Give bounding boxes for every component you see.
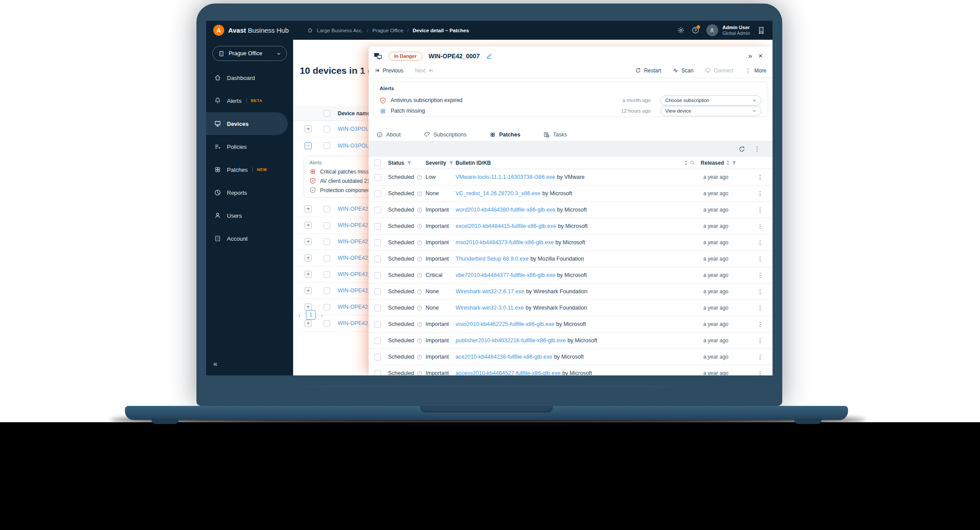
choose-subscription-select[interactable]: Choose subscription (660, 95, 761, 106)
patch-row[interactable]: Scheduled None Wireshark-win32-2.6.17.ex… (369, 284, 773, 300)
org-switcher-icon[interactable] (757, 26, 765, 34)
tab-patches[interactable]: Patches (487, 129, 523, 141)
avatar[interactable] (706, 24, 718, 36)
patch-row[interactable]: Scheduled Important ace2010-kb4484238-fu… (369, 349, 773, 365)
breadcrumb-item[interactable]: Prague Office (372, 28, 403, 33)
expand-row-button[interactable]: + (305, 271, 312, 278)
device-checkbox[interactable] (324, 288, 330, 294)
bulletin-column[interactable]: Bulletin ID/KB (456, 160, 658, 166)
sidebar-item-reports[interactable]: Reports (206, 181, 293, 204)
collapse-sidebar-button[interactable]: « (213, 360, 217, 368)
info-tooltip-icon[interactable] (417, 191, 422, 197)
page-next-button[interactable]: › (321, 311, 323, 319)
sidebar-item-policies[interactable]: Policies (206, 135, 293, 158)
tab-subscriptions[interactable]: Subscriptions (421, 129, 469, 141)
info-tooltip-icon[interactable] (417, 240, 422, 246)
expand-panel-icon[interactable]: » (748, 52, 752, 61)
row-kebab-button[interactable]: ⋮ (748, 223, 773, 230)
expand-row-button[interactable]: + (305, 238, 312, 245)
row-kebab-button[interactable]: ⋮ (748, 255, 773, 262)
filter-icon[interactable] (407, 161, 411, 165)
device-checkbox[interactable] (324, 304, 330, 310)
tab-about[interactable]: About (374, 129, 403, 141)
row-kebab-button[interactable]: ⋮ (748, 288, 773, 295)
more-button[interactable]: ⋮ More (745, 67, 766, 74)
next-device-button[interactable]: Next (415, 68, 434, 74)
bulletin-link[interactable]: Wireshark-win32-3.0.11.exe (456, 305, 524, 311)
tab-tasks[interactable]: Tasks (541, 129, 570, 141)
bulletin-link[interactable]: access2010-kb4464527-fullfile-x86-glb.ex… (456, 370, 561, 375)
row-checkbox[interactable] (374, 305, 381, 311)
row-kebab-button[interactable]: ⋮ (748, 239, 773, 246)
sidebar-item-dashboard[interactable]: Dashboard (206, 66, 293, 89)
edit-pencil-icon[interactable] (486, 53, 492, 59)
patch-row[interactable]: Scheduled Important mso2010-kb4484373-fu… (369, 235, 773, 251)
info-tooltip-icon[interactable] (417, 338, 422, 344)
patch-row[interactable]: Scheduled Important visio2010-kb4462225-… (369, 316, 773, 333)
expand-row-button[interactable]: + (305, 320, 312, 327)
row-checkbox[interactable] (374, 288, 381, 295)
device-checkbox[interactable] (324, 142, 330, 149)
expand-row-button[interactable]: + (305, 303, 312, 310)
severity-column[interactable]: Severity (426, 160, 446, 166)
info-tooltip-icon[interactable] (417, 289, 422, 295)
page-prev-button[interactable]: ‹ (298, 311, 301, 319)
expand-row-button[interactable]: + (305, 222, 312, 229)
filter-icon[interactable] (732, 161, 736, 165)
sidebar-item-devices[interactable]: Devices (206, 112, 288, 135)
sort-icon[interactable] (726, 160, 730, 165)
patch-row[interactable]: Scheduled Important Thunderbird Setup 68… (369, 251, 773, 267)
search-icon[interactable] (690, 160, 695, 165)
row-kebab-button[interactable]: ⋮ (748, 174, 773, 181)
expand-row-button[interactable]: + (305, 125, 312, 132)
bulletin-link[interactable]: visio2010-kb4462225-fullfile-x86-glb.exe (456, 321, 554, 327)
info-tooltip-icon[interactable] (417, 305, 422, 311)
device-checkbox[interactable] (324, 206, 330, 212)
row-kebab-button[interactable]: ⋮ (748, 190, 773, 197)
sidebar-item-patches[interactable]: Patches NEW (206, 158, 293, 181)
info-tooltip-icon[interactable] (417, 207, 422, 213)
info-tooltip-icon[interactable] (417, 354, 422, 360)
patch-row[interactable]: Scheduled Important excel2010-kb4484415-… (369, 218, 773, 235)
info-tooltip-icon[interactable] (417, 223, 422, 229)
device-checkbox[interactable] (324, 271, 330, 278)
device-checkbox[interactable] (324, 255, 330, 261)
expand-row-button[interactable]: + (305, 205, 312, 212)
connect-button[interactable]: Connect (705, 68, 734, 74)
patch-row[interactable]: Scheduled None Wireshark-win32-3.0.11.ex… (369, 300, 773, 316)
status-column[interactable]: Status (388, 160, 404, 166)
scan-button[interactable]: Scan (673, 68, 694, 74)
close-icon[interactable]: × (758, 52, 763, 61)
row-kebab-button[interactable]: ⋮ (748, 370, 773, 375)
row-kebab-button[interactable]: ⋮ (748, 206, 773, 213)
bulletin-link[interactable]: mso2010-kb4484373-fullfile-x86-glb.exe (456, 239, 554, 246)
sidebar-item-users[interactable]: Users (206, 204, 293, 227)
org-selector[interactable]: Prague Office (212, 46, 287, 61)
row-checkbox[interactable] (374, 223, 381, 230)
row-kebab-button[interactable]: ⋮ (748, 353, 773, 360)
device-checkbox[interactable] (324, 126, 330, 132)
row-checkbox[interactable] (374, 321, 381, 328)
breadcrumb-item[interactable]: Large Business Acc. (317, 28, 363, 33)
collapse-row-button[interactable]: − (305, 142, 312, 149)
released-column[interactable]: Released (701, 160, 724, 166)
device-checkbox[interactable] (324, 238, 330, 245)
patch-row[interactable]: Scheduled Critical vbe72010-kb4484377-fu… (369, 267, 773, 284)
bulletin-link[interactable]: word2010-kb4484380-fullfile-x86-glb.exe (456, 207, 555, 213)
row-checkbox[interactable] (374, 354, 381, 360)
view-device-select[interactable]: View device (660, 106, 761, 116)
sort-icon[interactable] (684, 160, 688, 165)
row-checkbox[interactable] (374, 174, 381, 181)
sidebar-item-account[interactable]: Account (206, 227, 293, 250)
select-all-checkbox[interactable] (374, 159, 381, 166)
bulletin-link[interactable]: ace2010-kb4484238-fullfile-x86-glb.exe (456, 354, 552, 360)
info-tooltip-icon[interactable] (417, 174, 422, 180)
row-checkbox[interactable] (374, 337, 381, 344)
patch-row[interactable]: Scheduled Important access2010-kb4464527… (369, 365, 773, 375)
bulletin-link[interactable]: Thunderbird Setup 68.9.0.exe (456, 256, 528, 262)
row-checkbox[interactable] (374, 370, 381, 376)
info-tooltip-icon[interactable] (417, 273, 422, 278)
row-checkbox[interactable] (374, 256, 381, 262)
row-kebab-button[interactable]: ⋮ (748, 272, 773, 279)
info-tooltip-icon[interactable] (417, 371, 422, 376)
